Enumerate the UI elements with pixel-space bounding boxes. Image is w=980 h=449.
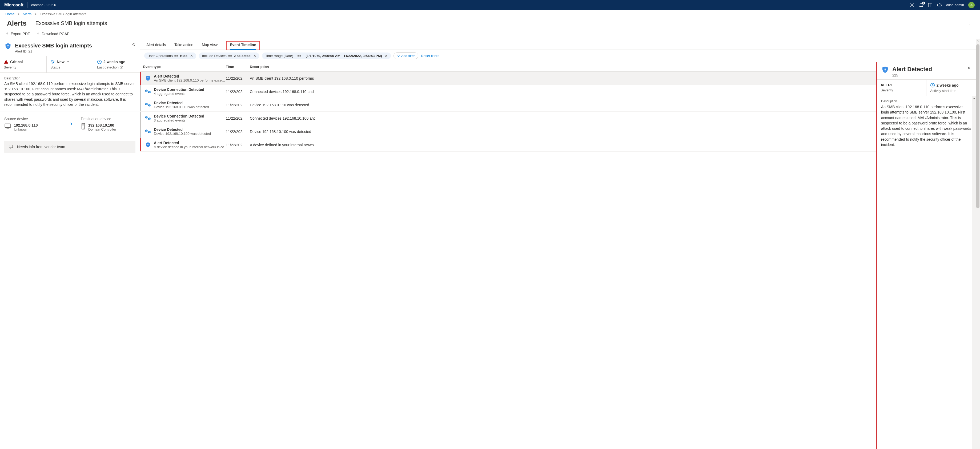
detail-start-time: 2 weeks ago Activity start time [926,80,976,96]
col-event-type[interactable]: Event type [143,65,226,69]
clock-icon [930,83,935,88]
row-title: Device Detected [154,101,209,105]
row-subtitle: An SMB client 192.168.0.110 performs exc… [154,78,226,83]
row-subtitle: A device defined in your internal networ… [154,145,224,149]
svg-rect-15 [148,145,148,146]
page-title: Alerts [3,19,31,27]
svg-point-12 [148,77,148,78]
scrollbar[interactable] [976,39,980,449]
breadcrumb: Home > Alerts > Excessive SMB login atte… [0,10,980,18]
tabs: Alert details Take action Map view Event… [140,39,976,50]
shield-icon [145,75,151,81]
row-desc: An SMB client 192.168.0.110 performs [250,76,873,81]
note-box[interactable]: Needs info from vendor team [4,141,135,153]
user-name[interactable]: alice-admin [947,3,964,7]
detail-description: Description An SMB client 192.168.0.110 … [877,96,976,151]
bell-icon[interactable]: 0 [919,3,923,8]
row-subtitle: Device 192.168.10.100 was detected [154,132,211,136]
svg-rect-13 [148,78,148,80]
reset-filters-link[interactable]: Reset filters [421,54,439,58]
info-icon[interactable] [120,65,123,69]
tenant-label: contoso - 22.2.6 [27,3,56,7]
clock-icon [97,59,102,64]
topbar: Microsoft contoso - 22.2.6 0 alice-admin… [0,0,980,10]
alert-title: Excessive SMB login attempts [15,43,92,49]
row-time: 11/22/202... [226,89,250,94]
table-row[interactable]: Device Connection Detected4 aggregated e… [140,85,876,98]
content: Excessive SMB login attempts Alert ID: 2… [0,39,980,449]
row-desc: Connected devices 192.168.10.100 anc [250,116,873,121]
row-desc: Device 192.168.10.100 was detected [250,130,873,134]
row-time: 11/22/202... [226,143,250,147]
shield-icon [4,43,12,50]
alert-summary-panel: Excessive SMB login attempts Alert ID: 2… [0,39,140,449]
status-stat[interactable]: New Status [47,56,93,73]
destination-device: Destination device 192.168.10.100 Domain… [81,117,135,132]
cubes-icon [145,115,151,122]
tab-take-action[interactable]: Take action [174,43,193,49]
page-header: Alerts Excessive SMB login attempts [0,18,980,30]
svg-point-16 [885,68,886,70]
row-time: 11/22/202... [226,116,250,121]
svg-point-0 [911,4,913,6]
server-icon [81,123,86,130]
crumb-current: Excessive SMB login attempts [40,12,86,16]
table-row[interactable]: Device DetectedDevice 192.168.0.110 was … [140,98,876,112]
sparkle-icon [50,59,55,64]
row-title: Alert Detected [154,141,224,145]
brand: Microsoft [3,2,27,8]
warning-icon [4,59,8,64]
crumb-alerts[interactable]: Alerts [23,12,32,16]
add-filter-button[interactable]: Add filter [393,52,418,59]
chevron-down-icon [66,60,70,64]
comment-icon [8,144,13,149]
source-device: Source device 192.168.0.110 Unknown [4,117,59,132]
row-time: 11/22/202... [226,103,250,107]
export-pdf-button[interactable]: Export PDF [5,32,30,36]
expand-icon[interactable] [967,66,972,70]
row-title: Device Connection Detected [154,87,204,92]
cubes-icon [145,89,151,95]
book-icon[interactable] [928,3,932,8]
tab-event-timeline[interactable]: Event Timeline [230,43,256,49]
description-block: Description An SMB client 192.168.0.110 … [0,73,140,111]
tab-map-view[interactable]: Map view [202,43,218,49]
filter-icon [397,54,400,57]
row-desc: Connected devices 192.168.0.110 and [250,89,873,94]
cloud-icon[interactable] [937,3,942,7]
svg-point-14 [148,144,148,145]
tab-alert-details[interactable]: Alert details [146,43,166,49]
close-icon[interactable]: ✕ [252,54,256,58]
collapse-icon[interactable] [131,43,135,47]
table-row[interactable]: Alert DetectedAn SMB client 192.168.0.11… [140,72,876,85]
row-desc: Device 192.168.0.110 was detected [250,103,873,107]
crumb-home[interactable]: Home [5,12,15,16]
table-row[interactable]: Device Connection Detected3 aggregated e… [140,112,876,125]
shield-icon [881,66,889,74]
monitor-icon [4,123,11,129]
col-time[interactable]: Time [226,65,250,69]
avatar[interactable]: A [968,2,975,8]
row-time: 11/22/202... [226,76,250,81]
filter-include-devices[interactable]: Include Devices==2 selected ✕ [199,52,259,59]
filter-row: User Operations==Hide ✕ Include Devices=… [140,50,976,62]
download-pcap-button[interactable]: Download PCAP [36,32,69,36]
close-icon[interactable] [967,20,975,27]
page-subtitle: Excessive SMB login attempts [35,20,107,26]
close-icon[interactable]: ✕ [189,54,193,58]
svg-rect-17 [885,70,886,71]
table-row[interactable]: Device DetectedDevice 192.168.10.100 was… [140,125,876,138]
scrollbar[interactable] [972,96,976,449]
cubes-icon [145,102,151,108]
event-detail-panel: Alert Detected 225 ALERT Severity [876,62,976,449]
filter-time-range[interactable]: Time range (Date) == (1/1/1970, 2:00:00 … [262,52,391,59]
row-subtitle: 3 aggregated events [154,118,204,122]
close-icon[interactable]: ✕ [383,54,388,58]
row-desc: A device defined in your internal netwo [250,143,873,147]
table-row[interactable]: Alert DetectedA device defined in your i… [140,138,876,152]
arrow-icon [67,122,73,126]
gear-icon[interactable] [910,3,915,8]
col-description[interactable]: Description [250,65,873,69]
row-title: Device Detected [154,127,211,132]
filter-user-operations[interactable]: User Operations==Hide ✕ [144,52,196,59]
